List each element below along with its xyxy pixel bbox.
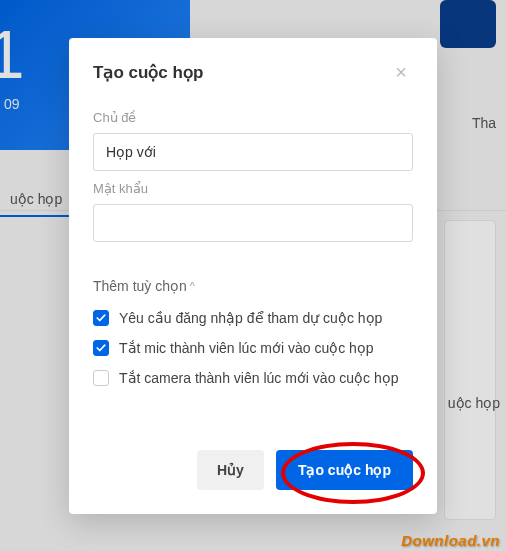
- checkbox-require-login[interactable]: [93, 310, 109, 326]
- chevron-up-icon: ^: [190, 280, 195, 292]
- cancel-button[interactable]: Hủy: [197, 450, 264, 490]
- check-icon: [96, 343, 106, 353]
- modal-overlay: Tạo cuộc họp × Chủ đề Mật khẩu Thêm tuỳ …: [0, 0, 506, 551]
- option-mute-mic: Tắt mic thành viên lúc mới vào cuộc họp: [93, 340, 413, 356]
- checkbox-label: Tắt camera thành viên lúc mới vào cuộc h…: [119, 370, 399, 386]
- create-meeting-modal: Tạo cuộc họp × Chủ đề Mật khẩu Thêm tuỳ …: [69, 38, 437, 514]
- modal-header: Tạo cuộc họp ×: [69, 38, 437, 100]
- checkbox-label: Yêu cầu đăng nhập để tham dự cuộc họp: [119, 310, 382, 326]
- close-icon: ×: [395, 62, 407, 82]
- subject-input[interactable]: [93, 133, 413, 171]
- password-label: Mật khẩu: [93, 181, 413, 196]
- checkbox-mute-mic[interactable]: [93, 340, 109, 356]
- password-input[interactable]: [93, 204, 413, 242]
- more-options-label: Thêm tuỳ chọn: [93, 278, 187, 294]
- modal-title: Tạo cuộc họp: [93, 62, 203, 83]
- modal-footer: Hủy Tạo cuộc họp: [69, 450, 437, 514]
- check-icon: [96, 313, 106, 323]
- subject-label: Chủ đề: [93, 110, 413, 125]
- create-button[interactable]: Tạo cuộc họp: [276, 450, 413, 490]
- more-options-toggle[interactable]: Thêm tuỳ chọn ^: [93, 278, 413, 294]
- close-button[interactable]: ×: [389, 60, 413, 84]
- option-disable-camera: Tắt camera thành viên lúc mới vào cuộc h…: [93, 370, 413, 386]
- checkbox-label: Tắt mic thành viên lúc mới vào cuộc họp: [119, 340, 374, 356]
- option-require-login: Yêu cầu đăng nhập để tham dự cuộc họp: [93, 310, 413, 326]
- checkbox-disable-camera[interactable]: [93, 370, 109, 386]
- modal-body: Chủ đề Mật khẩu Thêm tuỳ chọn ^ Yêu cầu …: [69, 110, 437, 420]
